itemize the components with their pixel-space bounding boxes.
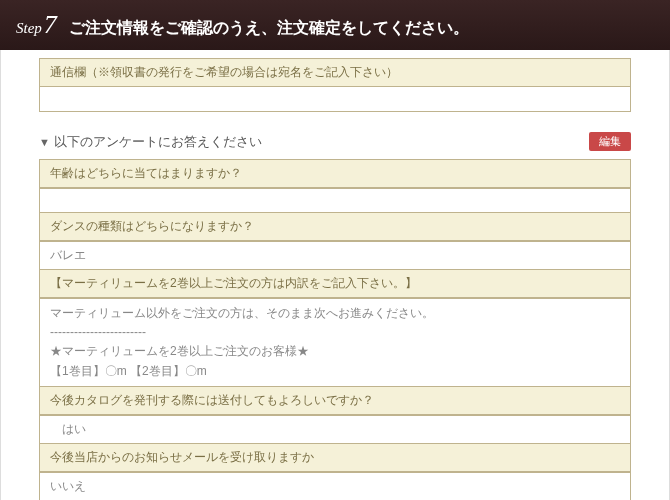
message-field-label: 通信欄（※領収書の発行をご希望の場合は宛名をご記入下さい）	[40, 59, 630, 87]
survey-answer	[40, 188, 630, 212]
survey-answer: いいえ	[40, 472, 630, 500]
step-label: Step7	[16, 10, 57, 40]
survey-question: ダンスの種類はどちらになりますか？	[40, 212, 630, 241]
survey-answer: はい	[40, 415, 630, 443]
step-header: Step7 ご注文情報をご確認のうえ、注文確定をしてください。	[0, 0, 670, 50]
step-title: ご注文情報をご確認のうえ、注文確定をしてください。	[69, 18, 469, 39]
survey-answer: バレエ	[40, 241, 630, 269]
triangle-icon: ▼	[39, 136, 50, 148]
survey-header: ▼ 以下のアンケートにお答えください 編集	[39, 132, 631, 151]
edit-button[interactable]: 編集	[589, 132, 631, 151]
main-content: 通信欄（※領収書の発行をご希望の場合は宛名をご記入下さい） ▼ 以下のアンケート…	[0, 50, 670, 500]
survey-title: 以下のアンケートにお答えください	[54, 133, 589, 151]
survey-question: 年齢はどちらに当てはまりますか？	[40, 160, 630, 188]
message-field-value	[40, 87, 630, 111]
survey-question: 今後当店からのお知らせメールを受け取りますか	[40, 443, 630, 472]
message-field-box: 通信欄（※領収書の発行をご希望の場合は宛名をご記入下さい）	[39, 58, 631, 112]
survey-table: 年齢はどちらに当てはまりますか？ダンスの種類はどちらになりますか？バレエ【マーテ…	[39, 159, 631, 500]
survey-question: 【マーティリュームを2巻以上ご注文の方は内訳をご記入下さい。】	[40, 269, 630, 298]
survey-answer: マーティリューム以外をご注文の方は、そのまま次へお進みください。--------…	[40, 298, 630, 386]
survey-question: 今後カタログを発刊する際には送付してもよろしいですか？	[40, 386, 630, 415]
